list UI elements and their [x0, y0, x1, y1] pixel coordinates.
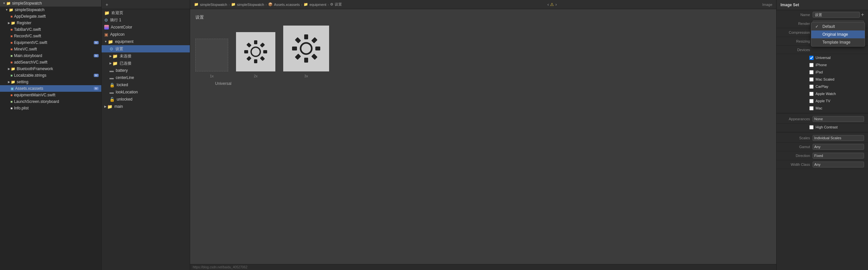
render-dropdown[interactable]: ✓ Default Original Image Template Image: [811, 22, 865, 46]
image-set-area: 设置 1x: [190, 9, 776, 264]
slot-2x-box[interactable]: [236, 32, 275, 71]
addSearchVC-item[interactable]: ■ addSearchVC.swift: [0, 59, 101, 66]
breadcrumb-forward-button[interactable]: ›: [555, 2, 557, 7]
add-asset-button[interactable]: +: [104, 2, 110, 7]
AppIcon-item[interactable]: ▣ AppIcon: [102, 31, 190, 38]
RecordVC-item[interactable]: ■ RecordVC.swift: [0, 33, 101, 39]
slot-3x[interactable]: 3x: [283, 26, 329, 78]
record-swift-icon: ■: [10, 34, 13, 38]
apple-watch-checkbox-label[interactable]: Apple Watch: [809, 92, 836, 96]
setting-item[interactable]: ▶ 📁 setting: [0, 79, 101, 85]
ipad-checkbox-label[interactable]: iPad: [809, 70, 823, 74]
ipad-checkbox[interactable]: [809, 70, 814, 74]
Info-plist-item[interactable]: ■ Info.plist: [0, 105, 101, 111]
Register-item[interactable]: ▶ 📁 Register: [0, 20, 101, 26]
centerLine-item[interactable]: ▬ centerLine: [102, 74, 190, 81]
mac-scaled-checkbox[interactable]: [809, 77, 814, 81]
bc-project[interactable]: 📁 simpleStopwatch: [194, 2, 227, 6]
image-set-title: 设置: [195, 14, 771, 20]
svg-rect-7: [244, 50, 248, 54]
name-add-button[interactable]: +: [861, 12, 864, 18]
Localizable-item[interactable]: ■ Localizable.strings M: [0, 72, 101, 79]
EquipmentVC-item[interactable]: ■ EquipmentVC.swift M: [0, 39, 101, 46]
direction-select[interactable]: Fixed Left to Right Right to Left: [813, 153, 864, 159]
apple-tv-checkbox-label[interactable]: Apple TV: [809, 99, 830, 103]
AccentColor-item[interactable]: AccentColor: [102, 24, 190, 31]
breadcrumb-back-button[interactable]: ‹: [548, 2, 549, 7]
bc-assets[interactable]: 📦 Assets.xcassets: [268, 2, 300, 6]
dropdown-default-item[interactable]: ✓ Default: [811, 23, 865, 31]
iphone-checkbox[interactable]: [809, 63, 814, 67]
slot-2x[interactable]: 2x: [236, 32, 275, 78]
project-icon: 📁: [6, 1, 11, 6]
apple-tv-checkbox[interactable]: [809, 99, 814, 103]
gamut-select[interactable]: Any sRGB and P3: [813, 144, 864, 150]
svg-rect-17: [292, 46, 297, 50]
mac-checkbox-label[interactable]: Mac: [809, 106, 823, 110]
compression-label: Compression: [780, 31, 810, 34]
carplay-checkbox-label[interactable]: CarPlay: [809, 85, 828, 89]
BluetoothFramework-item[interactable]: ▶ 📁 BluetoothFramework: [0, 66, 101, 72]
scales-row: Scales Individual Scales Single Scale: [777, 134, 868, 142]
high-contrast-row: High Contrast: [777, 124, 868, 131]
breadcrumb-warning-button[interactable]: ⚠: [550, 2, 554, 7]
Assets-item[interactable]: ▣ Assets.xcassets M: [0, 85, 101, 92]
svg-rect-6: [247, 56, 252, 61]
AppDelegate-item[interactable]: ■ AppDelegate.swift: [0, 13, 101, 20]
appearances-select[interactable]: None Any, Dark Any, Light, Dark: [813, 116, 864, 122]
yilanjie-icon: 📁: [113, 61, 118, 66]
main-folder-item[interactable]: ▶ 📁 main: [102, 103, 190, 110]
slot-1x[interactable]: 1x: [195, 39, 228, 78]
high-contrast-checkbox-label[interactable]: High Contrast: [809, 125, 838, 129]
battery-item[interactable]: ▬ battery: [102, 67, 190, 74]
root-folder-item[interactable]: ▼ 📁 simpleStopwatch: [0, 6, 101, 13]
bc-equipment-label: equipment: [309, 3, 326, 6]
mac-checkbox[interactable]: [809, 106, 814, 110]
equipment-folder-item[interactable]: ▼ 📁 equipment: [102, 38, 190, 45]
render-label: Render: [780, 22, 810, 26]
dropdown-original-item[interactable]: Original Image: [811, 31, 865, 38]
locked-item[interactable]: 🔒 locked: [102, 81, 190, 89]
weilanjie-item[interactable]: ▶ 📁 未连接: [102, 53, 190, 60]
bc-folder1[interactable]: 📁 simpleStopwatch: [231, 2, 264, 6]
yilanjie-item[interactable]: ▶ 📁 已连接: [102, 60, 190, 67]
jixi-item[interactable]: ⚙ 骑行 1: [102, 16, 190, 24]
LaunchScreen-label: LaunchScreen.storyboard: [14, 99, 59, 104]
universal-checkbox-label[interactable]: Universal: [809, 56, 831, 60]
gear-svg-2x: [243, 39, 269, 65]
LaunchScreen-item[interactable]: ■ LaunchScreen.storyboard: [0, 98, 101, 105]
slot-1x-box[interactable]: [195, 39, 228, 71]
asset-toolbar: +: [102, 0, 190, 9]
universal-checkbox[interactable]: [809, 56, 814, 60]
direction-label: Direction: [780, 154, 810, 158]
bc-shezhi[interactable]: ⚙ 设置: [330, 2, 342, 7]
unlocked-item[interactable]: 🔓 unlocked: [102, 96, 190, 103]
width-class-label: Width Class: [780, 163, 810, 166]
AppIcon-label: AppIcon: [110, 32, 125, 37]
name-input[interactable]: [813, 12, 860, 18]
yilanjie-label: 已连接: [120, 61, 131, 66]
welcome-item[interactable]: 📁 欢迎页: [102, 9, 190, 16]
dropdown-template-item[interactable]: Template Image: [811, 38, 865, 46]
TabBarVC-item[interactable]: ■ TabBarVC.swift: [0, 26, 101, 33]
project-root-item[interactable]: ▼ 📁 simpleStopwatch: [0, 0, 101, 6]
scales-select[interactable]: Individual Scales Single Scale: [813, 135, 864, 141]
apple-watch-checkbox[interactable]: [809, 92, 814, 96]
root-folder-icon: 📁: [9, 8, 13, 12]
slot-3x-box[interactable]: [283, 26, 329, 71]
RecordVC-label: RecordVC.swift: [14, 34, 41, 38]
equipmentMainVC-item[interactable]: ■ equipmentMainVC.swift: [0, 92, 101, 98]
MineVC-item[interactable]: ■ MineVC.swift: [0, 46, 101, 53]
high-contrast-checkbox[interactable]: [809, 125, 814, 129]
carplay-checkbox[interactable]: [809, 85, 814, 89]
lookLocation-item[interactable]: ▬ lookLocation: [102, 89, 190, 96]
mac-scaled-checkbox-label[interactable]: Mac Scaled: [809, 77, 834, 81]
width-class-select[interactable]: Any Compact Regular: [813, 162, 864, 167]
svg-rect-18: [295, 37, 301, 43]
shezhi-item[interactable]: ⚙ 设置: [102, 45, 190, 53]
iphone-checkbox-label[interactable]: iPhone: [809, 63, 827, 67]
setting-folder-icon: 📁: [11, 80, 16, 84]
ipad-text: iPad: [815, 70, 823, 74]
Main-storyboard-item[interactable]: ■ Main.storyboard M: [0, 53, 101, 59]
bc-equipment[interactable]: 📁 equipment: [304, 2, 326, 6]
